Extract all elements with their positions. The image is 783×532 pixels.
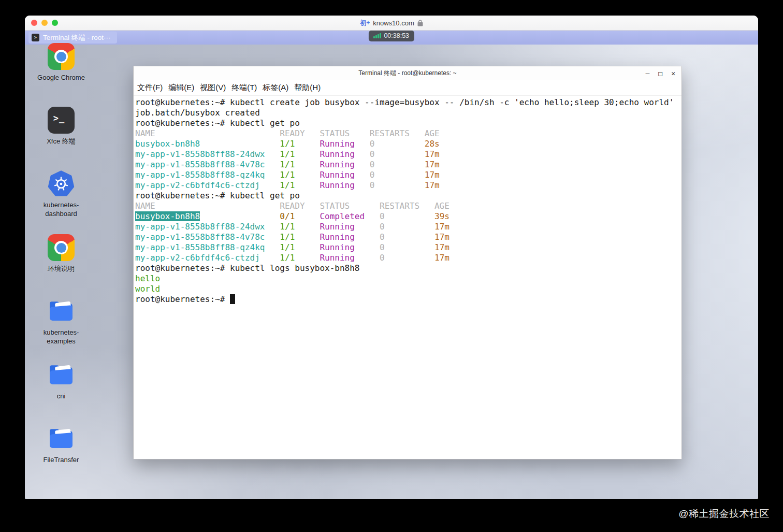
- terminal-line: my-app-v1-8558b8ff88-4v78c 1/1 Running 0…: [135, 232, 682, 242]
- terminal-line: my-app-v1-8558b8ff88-qz4kq 1/1 Running 0…: [135, 242, 682, 253]
- minimize-button[interactable]: –: [646, 70, 650, 77]
- icon-label: kubernetes-dashboard: [32, 201, 90, 219]
- icon-label: cni: [57, 392, 66, 401]
- desktop-icon-column: Google Chrome>_Xfce 终端 kubernetes-dashbo…: [32, 43, 90, 489]
- terminal-line: root@kubernetes:~# kubectl get po: [135, 118, 682, 128]
- desktop-icon-filetransfer[interactable]: FileTransfer: [32, 425, 90, 489]
- terminal-line: my-app-v2-c6bfdf4c6-ctzdj 1/1 Running 0 …: [135, 253, 682, 263]
- icon-label: 环境说明: [48, 265, 75, 274]
- terminal-line: job.batch/busybox created: [135, 108, 682, 118]
- terminal-line: my-app-v1-8558b8ff88-24dwx 1/1 Running 0…: [135, 222, 682, 232]
- terminal-title: Terminal 终端 - root@kubernetes: ~: [358, 69, 456, 78]
- desktop-icon-kubernetes-examples[interactable]: kubernetes-examples: [32, 298, 90, 362]
- terminal-line: my-app-v2-c6bfdf4c6-ctzdj 1/1 Running 0 …: [135, 180, 682, 191]
- terminal-line: root@kubernetes:~# kubectl logs busybox-…: [135, 263, 682, 274]
- terminal-titlebar[interactable]: Terminal 终端 - root@kubernetes: ~ – □ ✕: [134, 66, 682, 80]
- icon-art: [48, 298, 75, 325]
- terminal-line: my-app-v1-8558b8ff88-24dwx 1/1 Running 0…: [135, 149, 682, 160]
- terminal-mini-icon: >: [32, 34, 39, 41]
- menu-item-0[interactable]: 文件(F): [137, 83, 163, 93]
- folder-icon: [48, 425, 75, 452]
- terminal-cursor: [230, 294, 235, 304]
- icon-art: >_: [48, 107, 75, 134]
- terminal-line: NAME READY STATUS RESTARTS AGE: [135, 128, 682, 139]
- session-timer-badge: 00:38:53: [369, 31, 414, 41]
- lock-icon: [417, 20, 423, 26]
- icon-label: Google Chrome: [37, 74, 85, 82]
- desktop[interactable]: 00:38:53 Google Chrome>_Xfce 终端 kubernet…: [25, 31, 758, 499]
- menu-item-5[interactable]: 帮助(H): [294, 83, 321, 93]
- browser-titlebar: 初+ knows10.com: [25, 16, 758, 31]
- terminal-line: NAME READY STATUS RESTARTS AGE: [135, 201, 682, 211]
- kubernetes-icon: [48, 170, 75, 197]
- fullscreen-traffic-light[interactable]: [52, 20, 58, 26]
- desktop-icon-xfce-终端[interactable]: >_Xfce 终端: [32, 107, 90, 170]
- close-traffic-light[interactable]: [31, 20, 37, 26]
- menu-item-2[interactable]: 视图(V): [200, 83, 226, 93]
- icon-label: kubernetes-examples: [32, 328, 90, 346]
- folder-icon: [48, 362, 75, 389]
- desktop-icon-google-chrome[interactable]: Google Chrome: [32, 43, 90, 107]
- icon-art: [48, 425, 75, 452]
- terminal-line: busybox-bn8h8 0/1 Completed 0 39s: [135, 211, 682, 222]
- remote-desktop-window: 初+ knows10.com 00:38:53 Google Chrome>_X…: [25, 16, 758, 499]
- folder-icon: [48, 298, 75, 325]
- terminal-menubar: 文件(F)编辑(E)视图(V)终端(T)标签(A)帮助(H): [134, 80, 682, 96]
- close-button[interactable]: ✕: [671, 70, 675, 77]
- chrome-icon: [48, 43, 75, 70]
- terminal-window: Terminal 终端 - root@kubernetes: ~ – □ ✕ 文…: [133, 66, 682, 459]
- minimize-traffic-light[interactable]: [41, 20, 48, 26]
- taskbar-item-terminal[interactable]: > Terminal 终端 - root···: [28, 32, 117, 44]
- terminal-line: world: [135, 284, 682, 294]
- icon-label: Xfce 终端: [47, 137, 76, 146]
- terminal-line: root@kubernetes:~# kubectl create job bu…: [135, 97, 682, 108]
- signal-bars-icon: [373, 33, 381, 38]
- site-url: knows10.com: [373, 19, 414, 27]
- menu-item-1[interactable]: 编辑(E): [168, 83, 194, 93]
- terminal-line: root@kubernetes:~#: [135, 294, 682, 305]
- icon-label: FileTransfer: [44, 456, 79, 465]
- site-favicon: 初+: [360, 19, 370, 27]
- desktop-icon-kubernetes-dashboard[interactable]: kubernetes-dashboard: [32, 170, 90, 234]
- terminal-line: hello: [135, 274, 682, 284]
- icon-art: [48, 362, 75, 389]
- menu-item-4[interactable]: 标签(A): [263, 83, 288, 93]
- taskbar-item-label: Terminal 终端 - root···: [43, 33, 111, 42]
- terminal-line: root@kubernetes:~# kubectl get po: [135, 191, 682, 201]
- icon-art: [48, 43, 75, 70]
- chrome-icon: [48, 234, 75, 261]
- session-timer: 00:38:53: [384, 32, 409, 39]
- desktop-icon-环境说明[interactable]: 环境说明: [32, 234, 90, 298]
- traffic-lights: [31, 16, 58, 30]
- maximize-button[interactable]: □: [658, 70, 662, 77]
- terminal-line: busybox-bn8h8 1/1 Running 0 28s: [135, 139, 682, 149]
- address-title: 初+ knows10.com: [360, 19, 423, 27]
- terminal-window-controls: – □ ✕: [646, 66, 675, 80]
- terminal-icon: >_: [48, 107, 75, 134]
- icon-art: [48, 234, 75, 261]
- terminal-screen[interactable]: root@kubernetes:~# kubectl create job bu…: [134, 96, 682, 459]
- menu-item-3[interactable]: 终端(T): [231, 83, 257, 93]
- desktop-icon-cni[interactable]: cni: [32, 362, 90, 425]
- watermark: @稀土掘金技术社区: [678, 507, 770, 521]
- icon-art: [48, 170, 75, 197]
- terminal-line: my-app-v1-8558b8ff88-qz4kq 1/1 Running 0…: [135, 170, 682, 180]
- terminal-line: my-app-v1-8558b8ff88-4v78c 1/1 Running 0…: [135, 160, 682, 170]
